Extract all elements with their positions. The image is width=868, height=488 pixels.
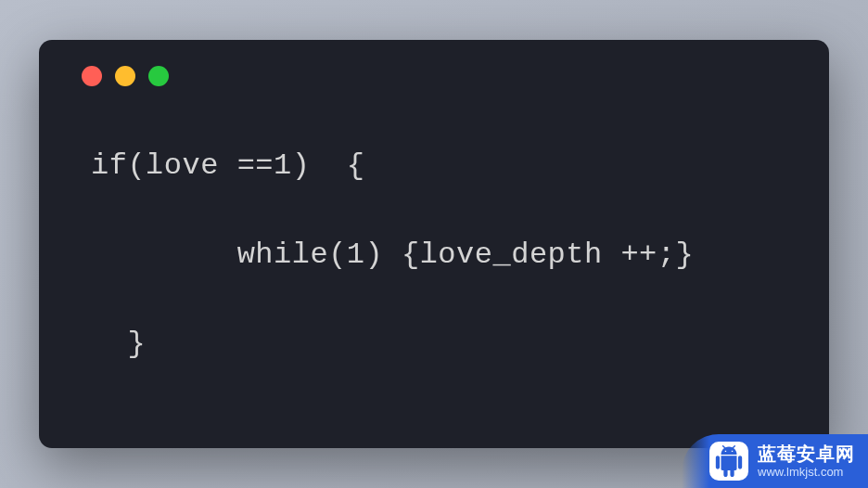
- code-line: if(love ==1) {: [91, 144, 829, 188]
- window-controls: [39, 40, 829, 86]
- watermark: 蓝莓安卓网 www.lmkjst.com: [682, 434, 868, 488]
- code-line: [91, 277, 829, 322]
- minimize-icon[interactable]: [115, 66, 135, 86]
- code-line: [91, 188, 829, 233]
- code-content: if(love ==1) { while(1) {love_depth ++;}…: [39, 86, 829, 366]
- code-window: if(love ==1) { while(1) {love_depth ++;}…: [39, 40, 829, 448]
- watermark-title: 蓝莓安卓网: [758, 443, 855, 465]
- code-line: while(1) {love_depth ++;}: [91, 233, 829, 277]
- maximize-icon[interactable]: [148, 66, 169, 86]
- watermark-text: 蓝莓安卓网 www.lmkjst.com: [758, 443, 855, 480]
- close-icon[interactable]: [82, 66, 102, 86]
- android-icon: [709, 442, 748, 481]
- watermark-url: www.lmkjst.com: [758, 465, 855, 480]
- code-line: }: [91, 322, 829, 366]
